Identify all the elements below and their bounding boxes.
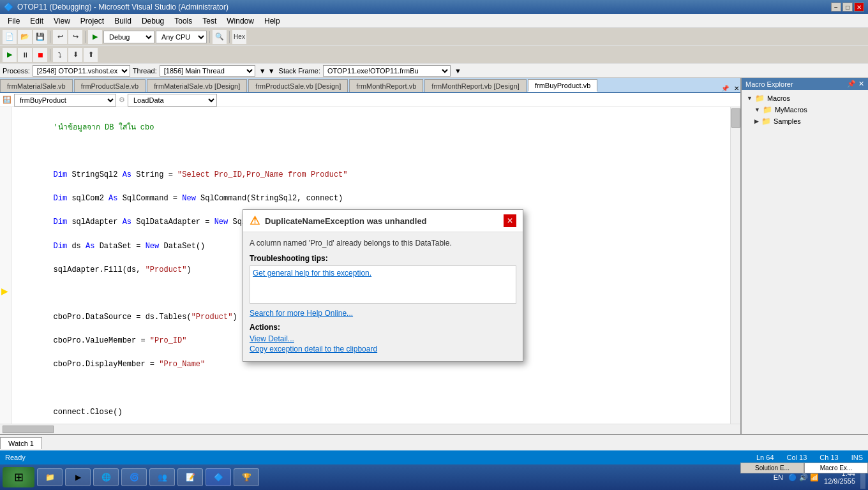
watch-tab[interactable]: Watch 1 bbox=[0, 437, 42, 449]
samples-icon: 📁 bbox=[761, 117, 771, 126]
tab-frm-material-sale[interactable]: frmMaterialSale.vb bbox=[0, 79, 73, 92]
step-out-btn[interactable]: ⬆ bbox=[84, 48, 98, 62]
sep4 bbox=[229, 31, 230, 43]
status-col: Col 13 bbox=[787, 454, 807, 461]
process-bar: Process: [2548] OTOP11.vshost.ex Thread:… bbox=[0, 64, 868, 78]
close-button[interactable]: ✕ bbox=[854, 3, 864, 11]
tab-frm-month-design[interactable]: frmMonthReport.vb [Design] bbox=[424, 79, 527, 92]
tab-pin[interactable]: 📌 bbox=[720, 85, 730, 92]
status-bar: Ready Ln 64 Col 13 Ch 13 INS bbox=[0, 450, 868, 464]
menu-view[interactable]: View bbox=[49, 15, 75, 27]
app-icon: 🔷 bbox=[4, 3, 13, 11]
code-line-dim2: Dim sqlCom2 As SqlCommand = New SqlComma… bbox=[17, 193, 725, 205]
menu-tools[interactable]: Tools bbox=[169, 15, 197, 27]
tab-frm-product-design[interactable]: frmProductSale.vb [Design] bbox=[248, 79, 348, 92]
menu-help[interactable]: Help bbox=[259, 15, 285, 27]
open-btn[interactable]: 📂 bbox=[18, 30, 32, 44]
tree-samples[interactable]: ▶ 📁 Samples bbox=[744, 115, 865, 127]
config-dropdown[interactable]: Debug bbox=[103, 31, 154, 43]
menu-project[interactable]: Project bbox=[75, 15, 109, 27]
copy-exception-link[interactable]: Copy exception detail to the clipboard bbox=[250, 345, 516, 353]
hex-btn[interactable]: Hex bbox=[232, 30, 246, 44]
thread-dropdown[interactable]: [1856] Main Thread bbox=[160, 65, 255, 77]
panel-pin-icon[interactable]: 📌 bbox=[847, 80, 856, 88]
tab-frm-buy-product[interactable]: frmBuyProduct.vb bbox=[528, 79, 597, 92]
vertical-scrollbar[interactable] bbox=[730, 107, 740, 424]
taskbar-app-ie[interactable]: 🌀 bbox=[121, 468, 147, 486]
tab-frm-material-design[interactable]: frmMaterialSale.vb [Design] bbox=[147, 79, 247, 92]
tip-link[interactable]: Get general help for this exception. bbox=[253, 269, 371, 278]
menu-debug[interactable]: Debug bbox=[137, 15, 169, 27]
menu-build[interactable]: Build bbox=[109, 15, 137, 27]
class-dropdown[interactable]: frmBuyProduct bbox=[14, 94, 116, 107]
scrollbar-thumb[interactable] bbox=[731, 108, 740, 128]
samples-expand-icon: ▶ bbox=[754, 118, 759, 124]
minimize-button[interactable]: − bbox=[831, 3, 841, 11]
platform-dropdown[interactable]: Any CPU bbox=[156, 31, 207, 43]
taskbar-app-vs[interactable]: 🔷 bbox=[206, 468, 231, 486]
macros-folder-icon: 📁 bbox=[755, 94, 765, 103]
title-bar-controls: − □ ✕ bbox=[831, 3, 864, 11]
step-into-btn[interactable]: ⬇ bbox=[68, 48, 82, 62]
step-over-btn[interactable]: ⤵ bbox=[53, 48, 67, 62]
taskbar-app-firefox[interactable]: 🌐 bbox=[93, 468, 119, 486]
start-button[interactable]: ⊞ bbox=[3, 467, 34, 487]
status-ch: Ch 13 bbox=[819, 454, 838, 461]
code-area[interactable]: ▶ 'นำข้อมูลจาก DB ใส่ใน cbo Dim StringSq… bbox=[0, 107, 740, 424]
exception-dialog: ⚠ DuplicateNameException was unhandled ✕… bbox=[243, 209, 523, 362]
h-scrollbar-thumb[interactable] bbox=[3, 426, 54, 433]
redo-btn[interactable]: ↪ bbox=[68, 30, 82, 44]
dialog-titlebar: ⚠ DuplicateNameException was unhandled ✕ bbox=[243, 210, 523, 232]
tips-box[interactable]: Get general help for this exception. bbox=[250, 265, 516, 304]
process-label: Process: bbox=[3, 67, 30, 75]
search-help-link[interactable]: Search for more Help Online... bbox=[250, 309, 516, 318]
tree-mymacros[interactable]: ▼ 📁 MyMacros bbox=[744, 104, 865, 115]
horizontal-scrollbar[interactable] bbox=[0, 424, 740, 434]
save-btn[interactable]: 💾 bbox=[33, 30, 47, 44]
editor-header: 🪟 frmBuyProduct ⚙ LoadData bbox=[0, 93, 740, 107]
menu-window[interactable]: Window bbox=[221, 15, 259, 27]
continue-btn[interactable]: ▶ bbox=[3, 48, 17, 62]
tree-samples-label: Samples bbox=[774, 117, 801, 125]
sep1 bbox=[50, 31, 50, 43]
macro-explorer-header: Macro Explorer 📌 ✕ bbox=[742, 78, 868, 90]
menu-edit[interactable]: Edit bbox=[25, 15, 49, 27]
undo-btn[interactable]: ↩ bbox=[53, 30, 67, 44]
tree-mymacros-label: MyMacros bbox=[775, 106, 807, 114]
stop-btn[interactable]: ⏹ bbox=[33, 48, 47, 62]
watch-panel: Watch 1 bbox=[0, 434, 868, 450]
tab-close[interactable]: ✕ bbox=[733, 85, 740, 92]
stack-dropdown[interactable]: OTOP11.exe!OTOP11.frmBu bbox=[323, 65, 451, 77]
menu-test[interactable]: Test bbox=[197, 15, 221, 27]
process-dropdown[interactable]: [2548] OTOP11.vshost.ex bbox=[33, 65, 130, 77]
maximize-button[interactable]: □ bbox=[842, 3, 853, 11]
dialog-close-button[interactable]: ✕ bbox=[504, 214, 516, 227]
dialog-message: A column named 'Pro_Id' already belongs … bbox=[250, 239, 516, 248]
debug-start-btn[interactable]: ▶ bbox=[88, 30, 102, 44]
stack-arrows: ▼ bbox=[454, 67, 461, 75]
tree-macros[interactable]: ▼ 📁 Macros bbox=[744, 93, 865, 104]
taskbar-app-explorer[interactable]: 📁 bbox=[37, 468, 63, 486]
main-wrapper: File Edit View Project Build Debug Tools… bbox=[0, 14, 868, 464]
pause-btn[interactable]: ⏸ bbox=[18, 48, 32, 62]
taskbar-app-word[interactable]: 📝 bbox=[177, 468, 203, 486]
tab-frm-month-report[interactable]: frmMonthReport.vb bbox=[349, 79, 423, 92]
menu-file[interactable]: File bbox=[3, 15, 25, 27]
find-btn[interactable]: 🔍 bbox=[213, 30, 227, 44]
warning-icon: ⚠ bbox=[250, 214, 260, 228]
tree-expand-icon: ▼ bbox=[747, 95, 752, 101]
macro-explorer-title: Macro Explorer bbox=[745, 80, 793, 88]
taskbar-app-extra[interactable]: 🏆 bbox=[234, 468, 259, 486]
troubleshooting-title: Troubleshooting tips: bbox=[250, 254, 516, 263]
method-dropdown[interactable]: LoadData bbox=[128, 94, 217, 107]
taskbar-left: ⊞ 📁 ▶ 🌐 🌀 👥 📝 🔷 🏆 bbox=[3, 467, 259, 487]
new-file-btn[interactable]: 📄 bbox=[3, 30, 17, 44]
taskbar-app-media[interactable]: ▶ bbox=[65, 468, 91, 486]
panel-close-icon[interactable]: ✕ bbox=[858, 80, 864, 88]
view-detail-link[interactable]: View Detail... bbox=[250, 334, 516, 343]
tab-frm-product-sale[interactable]: frmProductSale.vb bbox=[74, 79, 146, 92]
dialog-body: A column named 'Pro_Id' already belongs … bbox=[243, 232, 523, 361]
macro-explorer-content: ▼ 📁 Macros ▼ 📁 MyMacros ▶ 📁 Samples bbox=[742, 90, 868, 130]
title-bar: 🔷 OTOP11 (Debugging) - Microsoft Visual … bbox=[0, 0, 868, 14]
taskbar-app-vshost[interactable]: 👥 bbox=[149, 468, 175, 486]
